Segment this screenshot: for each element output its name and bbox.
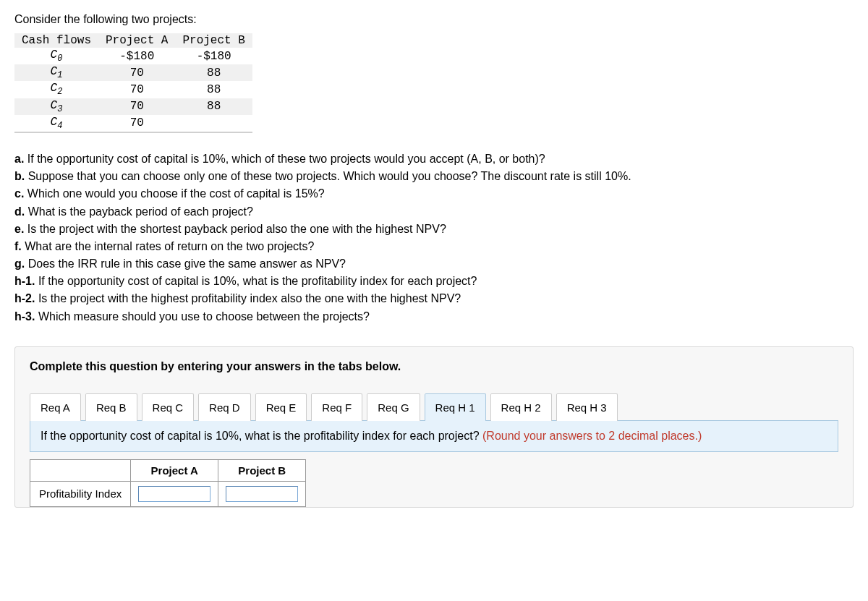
row-c4-a: 70	[98, 115, 175, 132]
tab-req-d[interactable]: Req D	[198, 393, 251, 421]
row-c0-a: -$180	[98, 48, 175, 64]
col-header-cashflows: Cash flows	[14, 33, 98, 48]
q-a-tag: a.	[14, 153, 24, 165]
row-c0-label: C0	[14, 48, 98, 64]
answer-area: Complete this question by entering your …	[14, 346, 854, 508]
q-e-text: Is the project with the shortest payback…	[27, 223, 446, 235]
tab-req-b[interactable]: Req B	[85, 393, 137, 421]
q-b-text: Suppose that you can choose only one of …	[28, 170, 631, 182]
answer-table: Project A Project B Profitability Index	[30, 459, 306, 507]
tab-req-a[interactable]: Req A	[30, 393, 81, 421]
tab-req-g[interactable]: Req G	[367, 393, 420, 421]
row-c3-label: C3	[14, 98, 98, 115]
row-c1-a: 70	[98, 64, 175, 81]
q-d-tag: d.	[14, 205, 25, 218]
q-b-tag: b.	[14, 170, 25, 182]
intro-text: Consider the following two projects:	[14, 13, 854, 26]
q-h1-text: If the opportunity cost of capital is 10…	[38, 275, 477, 287]
q-c-tag: c.	[14, 187, 24, 200]
row-c4-label: C4	[14, 115, 98, 132]
answer-col-a: Project A	[131, 459, 218, 481]
q-h2-tag: h-2.	[14, 292, 35, 304]
col-header-project-b: Project B	[175, 33, 252, 48]
q-a-text: If the opportunity cost of capital is 10…	[27, 153, 545, 165]
q-d-text: What is the payback period of each proje…	[28, 205, 253, 218]
row-c3-a: 70	[98, 98, 175, 115]
q-h3-text: Which measure should you use to choose b…	[38, 310, 370, 323]
q-f-text: What are the internal rates of return on…	[25, 240, 314, 252]
q-c-text: Which one would you choose if the cost o…	[27, 187, 325, 200]
cash-flows-table: Cash flows Project A Project B C0 -$180 …	[14, 33, 252, 133]
row-c4-b	[175, 115, 252, 132]
q-g-tag: g.	[14, 257, 25, 270]
tab-req-f[interactable]: Req F	[311, 393, 362, 421]
row-c1-label: C1	[14, 64, 98, 81]
q-h3-tag: h-3.	[14, 310, 35, 323]
questions-block: a. If the opportunity cost of capital is…	[14, 150, 854, 325]
q-g-text: Does the IRR rule in this case give the …	[28, 257, 346, 270]
pane-hint: (Round your answers to 2 decimal places.…	[482, 430, 702, 442]
tab-req-e[interactable]: Req E	[255, 393, 307, 421]
row-c2-a: 70	[98, 81, 175, 98]
pane-prompt: If the opportunity cost of capital is 10…	[41, 430, 482, 442]
row-c2-label: C2	[14, 81, 98, 98]
instruction-text: Complete this question by entering your …	[30, 360, 838, 373]
answer-corner	[30, 459, 131, 481]
row-c1-b: 88	[175, 64, 252, 81]
q-h2-text: Is the project with the highest profitab…	[38, 292, 461, 304]
tab-req-c[interactable]: Req C	[142, 393, 195, 421]
row-c3-b: 88	[175, 98, 252, 115]
answer-cell-b	[218, 481, 306, 506]
input-project-a[interactable]	[138, 486, 210, 502]
tab-req-h1[interactable]: Req H 1	[425, 393, 486, 421]
tab-req-h3[interactable]: Req H 3	[556, 393, 618, 421]
q-h1-tag: h-1.	[14, 275, 35, 287]
q-e-tag: e.	[14, 223, 24, 235]
row-c0-b: -$180	[175, 48, 252, 64]
col-header-project-a: Project A	[98, 33, 175, 48]
input-project-b[interactable]	[226, 486, 298, 502]
q-f-tag: f.	[14, 240, 22, 252]
tab-req-h2[interactable]: Req H 2	[490, 393, 552, 421]
answer-cell-a	[131, 481, 218, 506]
answer-col-b: Project B	[218, 459, 306, 481]
tab-pane-req-h1: If the opportunity cost of capital is 10…	[30, 420, 838, 452]
row-c2-b: 88	[175, 81, 252, 98]
tab-bar: Req A Req B Req C Req D Req E Req F Req …	[30, 393, 838, 421]
answer-row-label: Profitability Index	[30, 481, 131, 506]
